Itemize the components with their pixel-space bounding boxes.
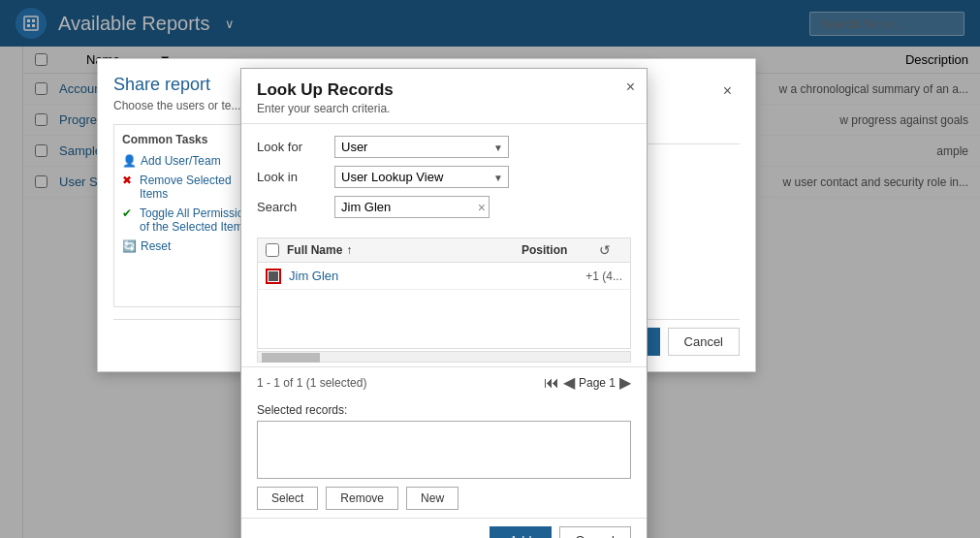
lookup-form: Look for User Team ▼ Look in User Lookup…	[241, 124, 647, 237]
new-button[interactable]: New	[406, 487, 458, 510]
common-tasks-title: Common Tasks	[122, 133, 260, 146]
fullname-column-header: Full Name ↑	[287, 243, 522, 257]
remove-button[interactable]: Remove	[326, 487, 398, 510]
add-user-icon: 👤	[122, 154, 137, 168]
look-for-select-wrapper: User Team ▼	[334, 136, 509, 158]
fullname-header-label: Full Name	[287, 243, 342, 257]
page-info: Page 1	[579, 376, 616, 390]
horizontal-scrollbar[interactable]	[257, 351, 631, 363]
selected-records-box	[257, 421, 631, 479]
lookup-close-button[interactable]: ×	[626, 79, 635, 96]
add-button[interactable]: Add	[490, 526, 551, 538]
result-name[interactable]: Jim Glen	[289, 269, 585, 283]
cancel-share-button[interactable]: Cancel	[668, 328, 740, 356]
search-row: Search ×	[257, 196, 631, 218]
look-for-row: Look for User Team ▼	[257, 136, 631, 158]
scrollbar-thumb[interactable]	[262, 353, 320, 363]
selected-checkbox-indicator[interactable]	[266, 269, 281, 284]
task-remove-selected[interactable]: ✖ Remove Selected Items	[122, 174, 260, 201]
selected-records-section: Selected records:	[241, 397, 647, 487]
task-toggle-all[interactable]: ✔ Toggle All Permissions of the Selected…	[122, 206, 260, 234]
task-reset-label: Reset	[141, 239, 171, 253]
select-button[interactable]: Select	[257, 487, 318, 510]
results-pagination: 1 - 1 of 1 (1 selected) ⏮ ◀ Page 1 ▶	[241, 366, 647, 397]
remove-icon: ✖	[122, 174, 136, 187]
reset-icon: 🔄	[122, 239, 137, 253]
refresh-icon[interactable]: ↺	[599, 242, 622, 258]
next-page-button[interactable]: ▶	[619, 373, 631, 392]
search-label: Search	[257, 200, 334, 214]
select-all-results-checkbox[interactable]	[266, 243, 279, 257]
result-row: Jim Glen +1 (4...	[258, 263, 630, 290]
result-phone: +1 (4...	[585, 269, 622, 283]
lookup-action-buttons: Select Remove New	[241, 487, 647, 518]
look-for-select[interactable]: User Team	[334, 136, 509, 158]
lookup-title: Look Up Records	[257, 80, 631, 100]
lookup-dialog: Look Up Records Enter your search criter…	[240, 68, 648, 538]
look-in-select[interactable]: User Lookup View All Users	[334, 166, 509, 188]
cancel-button[interactable]: Cancel	[559, 526, 631, 538]
app-background: Available Reports ∨ Name ▼ Description A…	[0, 0, 980, 538]
look-in-select-wrapper: User Lookup View All Users ▼	[334, 166, 509, 188]
look-in-row: Look in User Lookup View All Users ▼	[257, 166, 631, 188]
task-add-user-label: Add User/Team	[141, 154, 221, 168]
lookup-footer: Add Cancel	[241, 518, 647, 538]
first-page-button[interactable]: ⏮	[544, 374, 559, 392]
pagination-controls: ⏮ ◀ Page 1 ▶	[544, 373, 631, 392]
lookup-subtitle: Enter your search criteria.	[257, 102, 631, 115]
result-row-check	[266, 269, 281, 284]
search-input[interactable]	[334, 196, 490, 218]
checkbox-fill	[269, 271, 278, 281]
position-column-header: Position	[522, 243, 599, 257]
results-empty-area	[258, 290, 630, 348]
selected-records-label: Selected records:	[257, 403, 631, 417]
look-in-label: Look in	[257, 170, 334, 184]
lookup-dialog-header: Look Up Records Enter your search criter…	[241, 69, 647, 124]
results-header: Full Name ↑ Position ↺	[258, 238, 630, 263]
sort-icon: ↑	[346, 243, 352, 257]
task-reset[interactable]: 🔄 Reset	[122, 239, 260, 253]
check-icon: ✔	[122, 206, 136, 220]
search-input-wrapper: ×	[334, 196, 490, 218]
share-panel-close-button[interactable]: ×	[723, 82, 732, 100]
search-clear-icon[interactable]: ×	[478, 200, 486, 215]
look-for-label: Look for	[257, 140, 334, 154]
prev-page-button[interactable]: ◀	[563, 373, 575, 392]
task-add-user[interactable]: 👤 Add User/Team	[122, 154, 260, 168]
lookup-results-table: Full Name ↑ Position ↺ Jim Glen +1 (4...	[257, 237, 631, 349]
pagination-summary: 1 - 1 of 1 (1 selected)	[257, 376, 366, 390]
